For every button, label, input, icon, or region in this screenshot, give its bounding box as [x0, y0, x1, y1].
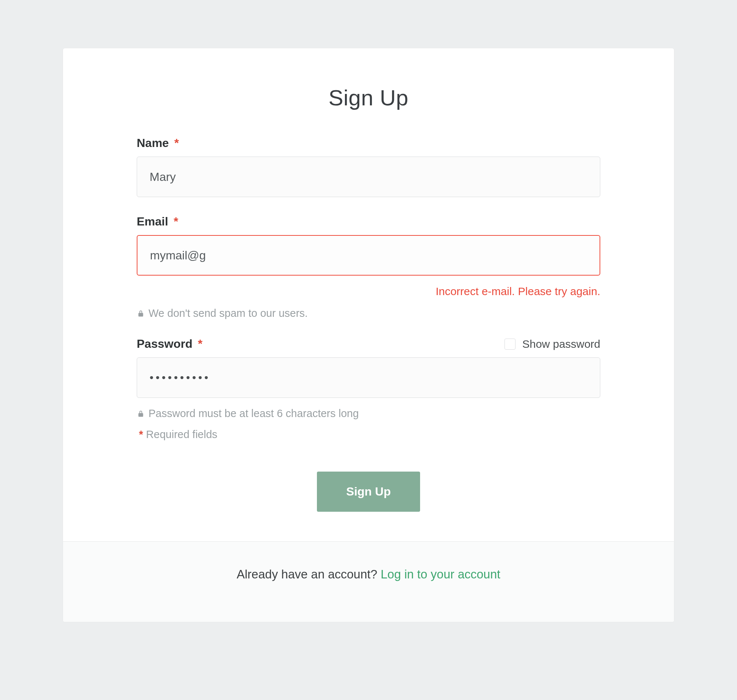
email-label-text: Email — [137, 215, 168, 228]
name-field-group: Name * — [137, 136, 600, 197]
login-link[interactable]: Log in to your account — [381, 568, 500, 581]
required-note-text: Required fields — [146, 428, 217, 440]
show-password-label: Show password — [522, 338, 600, 350]
name-label-text: Name — [137, 136, 169, 150]
name-input[interactable] — [137, 157, 600, 197]
card-body: Sign Up Name * Email * Incorrect e-mail.… — [63, 48, 674, 541]
email-label-row: Email * — [137, 215, 600, 228]
submit-row: Sign Up — [137, 472, 600, 512]
lock-icon — [137, 410, 145, 418]
card-footer: Already have an account? Log in to your … — [63, 541, 674, 622]
password-label: Password * — [137, 337, 203, 351]
show-password-toggle[interactable]: Show password — [505, 338, 600, 350]
required-fields-note: * Required fields — [137, 428, 600, 441]
required-marker: * — [174, 215, 178, 228]
email-label: Email * — [137, 215, 178, 228]
password-label-row: Password * Show password — [137, 337, 600, 351]
password-input[interactable]: •••••••••• — [137, 357, 600, 398]
footer-prompt: Already have an account? — [237, 568, 381, 581]
email-field-group: Email * Incorrect e-mail. Please try aga… — [137, 215, 600, 319]
signup-card: Sign Up Name * Email * Incorrect e-mail.… — [63, 48, 674, 622]
show-password-checkbox[interactable] — [505, 338, 516, 350]
signup-button[interactable]: Sign Up — [317, 472, 421, 512]
email-hint-text: We don't send spam to our users. — [149, 307, 308, 319]
email-input[interactable] — [137, 235, 600, 276]
required-marker: * — [139, 428, 143, 440]
password-field-group: Password * Show password •••••••••• Pass… — [137, 337, 600, 420]
required-marker: * — [174, 136, 179, 150]
required-marker: * — [198, 337, 202, 350]
page-title: Sign Up — [137, 85, 600, 110]
name-label-row: Name * — [137, 136, 600, 150]
email-hint: We don't send spam to our users. — [137, 307, 600, 319]
email-error-message: Incorrect e-mail. Please try again. — [137, 285, 600, 298]
lock-icon — [137, 309, 145, 318]
name-label: Name * — [137, 136, 179, 150]
password-hint-text: Password must be at least 6 characters l… — [149, 407, 359, 420]
password-mask: •••••••••• — [150, 371, 210, 384]
password-hint: Password must be at least 6 characters l… — [137, 407, 600, 420]
password-label-text: Password — [137, 337, 192, 350]
